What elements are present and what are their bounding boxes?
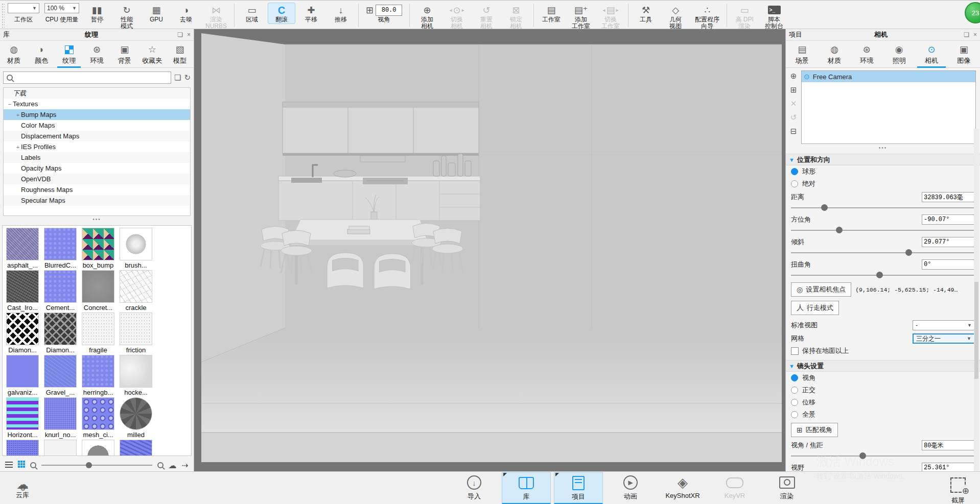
library-search-input[interactable] bbox=[16, 74, 168, 82]
toolbar-button-add-studio[interactable]: ▤⁺添加 工作室 bbox=[567, 3, 595, 31]
tab-相机[interactable]: ⊙相机 bbox=[915, 41, 947, 67]
fov-value-input[interactable] bbox=[376, 5, 402, 16]
dock-item-项目[interactable]: 项目 bbox=[554, 472, 603, 504]
set-camera-focus-button[interactable]: ◎ 设置相机焦点 bbox=[791, 282, 851, 297]
texture-item[interactable]: Rock_N... bbox=[118, 440, 154, 456]
texture-item[interactable]: friction bbox=[118, 313, 154, 355]
value-input[interactable] bbox=[922, 259, 975, 270]
texture-item[interactable]: Gravel_... bbox=[42, 355, 79, 397]
tree-item[interactable]: +Bump Maps bbox=[4, 109, 190, 120]
dock-item-导入[interactable]: ↓导入 bbox=[450, 472, 499, 502]
texture-thumbnail[interactable] bbox=[120, 397, 152, 430]
zoom-out-icon[interactable] bbox=[30, 462, 36, 468]
tab-场景[interactable]: ▤场景 bbox=[786, 41, 818, 67]
texture-thumbnail[interactable] bbox=[44, 397, 77, 430]
radio-视角[interactable]: 视角 bbox=[791, 372, 975, 384]
cloud-library-button[interactable]: ☁⚙ 云库 bbox=[9, 479, 36, 500]
texture-item[interactable]: crackle bbox=[118, 270, 154, 313]
value-input[interactable] bbox=[922, 192, 975, 202]
radio-off[interactable] bbox=[791, 180, 798, 187]
value-input[interactable] bbox=[922, 237, 975, 247]
texture-item[interactable]: Puddle_... bbox=[42, 440, 79, 456]
tab-纹理[interactable]: 纹理 bbox=[55, 41, 83, 67]
texture-item[interactable]: asphalt_... bbox=[4, 228, 41, 270]
tree-item[interactable]: Roughness Maps bbox=[4, 184, 190, 195]
toolbar-button-gpu[interactable]: ▦GPU bbox=[143, 3, 170, 24]
toolbar-button-configurator-wizard[interactable]: ∴配置程序 向导 bbox=[691, 3, 723, 31]
texture-thumbnail[interactable] bbox=[82, 313, 114, 345]
3d-viewport[interactable] bbox=[194, 29, 785, 471]
slider[interactable] bbox=[791, 226, 975, 234]
texture-thumbnail[interactable] bbox=[82, 440, 114, 456]
splitter-handle[interactable]: ••• bbox=[0, 218, 194, 222]
toolbar-button-dolly[interactable]: ↓推移 bbox=[327, 3, 355, 24]
toolbar-button-lock-camera[interactable]: ⊠锁定 相机 bbox=[502, 3, 530, 31]
tree-item[interactable]: Specular Maps bbox=[4, 195, 190, 206]
close-panel-icon[interactable]: × bbox=[187, 31, 191, 38]
slider[interactable] bbox=[791, 249, 975, 257]
grid-dropdown[interactable]: 三分之一▼ bbox=[913, 333, 975, 344]
slider[interactable] bbox=[791, 204, 975, 212]
texture-thumbnail[interactable] bbox=[120, 440, 152, 456]
toolbar-button-geometry-view[interactable]: ◇几何 视图 bbox=[662, 3, 689, 31]
duplicate-camera-icon[interactable]: ⊞ bbox=[790, 85, 797, 94]
add-camera-icon[interactable]: ⊕ bbox=[790, 71, 797, 81]
undock-panel-icon[interactable]: ❏ bbox=[964, 31, 969, 38]
radio-正交[interactable]: 正交 bbox=[791, 384, 975, 396]
tree-item[interactable]: Displacement Maps bbox=[4, 131, 190, 141]
toolbar-button-region[interactable]: ▭区域 bbox=[238, 3, 266, 24]
tab-背景[interactable]: ▣背景 bbox=[111, 41, 138, 67]
texture-item[interactable]: Concret... bbox=[80, 270, 116, 313]
splitter-handle[interactable]: ••• bbox=[786, 146, 980, 151]
texture-thumbnail[interactable] bbox=[6, 440, 39, 456]
browse-folders-icon[interactable]: ❏ bbox=[174, 73, 181, 82]
tree-item[interactable]: +IES Profiles bbox=[4, 141, 190, 152]
toolbar-drag-handle[interactable] bbox=[2, 3, 5, 28]
radio-on[interactable] bbox=[791, 374, 798, 381]
texture-thumbnail[interactable] bbox=[6, 397, 39, 430]
tree-item[interactable]: Color Maps bbox=[4, 120, 190, 131]
radio-off[interactable] bbox=[791, 399, 798, 406]
tree-item[interactable]: Opacity Maps bbox=[4, 163, 190, 174]
texture-item[interactable]: fragile bbox=[80, 313, 116, 355]
toolbar-button-switch-studio[interactable]: ◂▤▸切换 工作室 bbox=[597, 3, 624, 31]
texture-item[interactable]: knurl_no... bbox=[42, 397, 79, 440]
radio-绝对[interactable]: 绝对 bbox=[791, 178, 975, 190]
radio-全景[interactable]: 全景 bbox=[791, 409, 975, 421]
slider-thumb[interactable] bbox=[836, 227, 843, 233]
keep-above-ground-row[interactable]: 保持在地面以上 bbox=[791, 345, 975, 357]
cpu-usage-dropdown[interactable]: 100 %▼ bbox=[44, 3, 79, 13]
slider-thumb[interactable] bbox=[859, 452, 866, 459]
tree-item[interactable]: −Textures bbox=[4, 99, 190, 109]
texture-thumbnail[interactable] bbox=[82, 397, 114, 430]
toolbar-button-high-dpi[interactable]: ▭高 DPI 渲染 bbox=[731, 3, 758, 31]
toolbar-button-script-console[interactable]: >_脚本 控制台 bbox=[760, 3, 788, 31]
match-perspective-button[interactable]: ⊞ 匹配视角 bbox=[791, 423, 838, 437]
dock-item-库[interactable]: 库 bbox=[502, 472, 551, 504]
texture-thumbnail[interactable] bbox=[120, 270, 152, 303]
texture-item[interactable]: milled bbox=[118, 397, 154, 440]
tab-环境[interactable]: ⊛环境 bbox=[83, 41, 110, 67]
texture-item[interactable]: galvaniz... bbox=[4, 355, 41, 397]
texture-thumbnail[interactable] bbox=[82, 228, 114, 260]
texture-thumbnail[interactable] bbox=[120, 228, 152, 260]
tab-材质[interactable]: ◍材质 bbox=[0, 41, 28, 67]
texture-item[interactable]: Horizont... bbox=[4, 397, 41, 440]
texture-thumbnail[interactable] bbox=[44, 270, 77, 303]
texture-thumbnail[interactable] bbox=[6, 228, 39, 260]
section-lens-settings[interactable]: ▼ 镜头设置 bbox=[786, 360, 980, 372]
tree-expander-icon[interactable]: − bbox=[7, 101, 13, 107]
tab-照明[interactable]: ◉照明 bbox=[883, 41, 915, 67]
tree-expander-icon[interactable]: + bbox=[15, 144, 21, 150]
radio-off[interactable] bbox=[791, 387, 798, 394]
toolbar-button-add-camera[interactable]: ⊕添加 相机 bbox=[413, 3, 441, 31]
save-camera-icon[interactable]: ⊟ bbox=[790, 127, 797, 136]
value-input[interactable] bbox=[922, 440, 975, 450]
tab-材质[interactable]: ◍材质 bbox=[818, 41, 850, 67]
dock-item-KeyShotXR[interactable]: ◈KeyShotXR bbox=[658, 472, 707, 501]
texture-item[interactable]: perforat... bbox=[4, 440, 41, 456]
standard-view-dropdown[interactable]: -▼ bbox=[913, 320, 975, 330]
close-panel-icon[interactable]: × bbox=[973, 31, 977, 38]
section-position-orientation[interactable]: ▼ 位置和方向 bbox=[786, 154, 980, 165]
radio-off[interactable] bbox=[791, 411, 798, 418]
